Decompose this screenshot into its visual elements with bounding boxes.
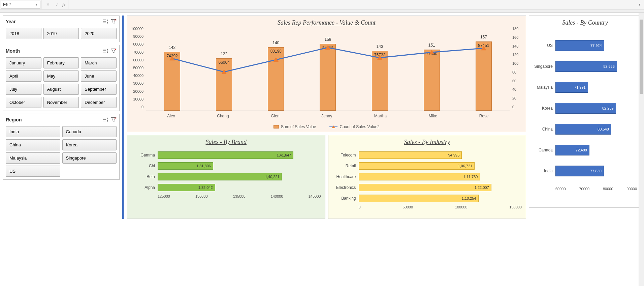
multiselect-icon[interactable] <box>102 48 108 54</box>
x-tick: 125000 <box>158 194 170 198</box>
hbar-gamma: 1,41,647 <box>158 151 293 159</box>
country-label: Korea <box>533 106 555 111</box>
y-left-tick: 30000 <box>133 81 143 85</box>
combo-chart-title: Sales Rep Performance - Value & Count <box>127 16 526 28</box>
y-right-tick: 80 <box>512 70 516 74</box>
name-box-dropdown-icon[interactable]: ▼ <box>35 3 38 6</box>
legend-line: Count of Sales Value2 <box>329 124 380 129</box>
brand-chart-title: Sales - By Brand <box>127 135 325 148</box>
x-tick: 90000 <box>626 187 637 191</box>
bar-value-label: 77360 <box>424 51 440 56</box>
hbar-healthcare: 1,11,739 <box>359 173 480 180</box>
y-left-tick: 70000 <box>133 50 143 54</box>
clear-filter-icon[interactable] <box>110 117 117 123</box>
hbar-telecom: 94,995 <box>359 151 462 159</box>
country-bar-india: 77,830 <box>555 166 604 176</box>
slicer-year-title: Year <box>6 19 16 24</box>
fx-icon[interactable]: fx <box>62 2 65 7</box>
combo-bar-glen: 80198 <box>268 47 284 111</box>
cancel-icon[interactable]: ✕ <box>44 2 52 7</box>
name-box[interactable]: E52 ▼ <box>1 1 40 9</box>
country-bar-singapore: 82,666 <box>555 61 617 72</box>
formula-input[interactable] <box>68 1 635 9</box>
month-btn-august[interactable]: August <box>43 84 79 95</box>
hbar-chi: 1,31,806 <box>158 162 213 170</box>
month-btn-october[interactable]: October <box>6 97 41 108</box>
line-value-label: 142 <box>169 45 175 50</box>
y-left-tick: 10000 <box>133 97 143 101</box>
slicer-month: Month JanuaryFebruaryMarchAprilMayJuneJu… <box>3 45 120 111</box>
y-right-tick: 100 <box>512 61 518 65</box>
month-btn-june[interactable]: June <box>81 70 117 82</box>
x-tick: 60000 <box>555 187 566 191</box>
multiselect-icon[interactable] <box>102 117 108 123</box>
workspace: Year 201820192020 Month JanuaryFebruaryM… <box>0 13 644 222</box>
x-tick: 135000 <box>233 194 246 198</box>
y-right-tick: 40 <box>512 87 516 91</box>
month-btn-november[interactable]: November <box>43 97 79 108</box>
region-btn-india[interactable]: India <box>6 126 60 137</box>
month-btn-march[interactable]: March <box>81 57 117 68</box>
year-btn-2018[interactable]: 2018 <box>6 28 41 39</box>
slicer-month-title: Month <box>6 48 20 54</box>
region-btn-us[interactable]: US <box>6 166 60 177</box>
country-bar-malaysia: 71,991 <box>555 82 588 93</box>
region-btn-korea[interactable]: Korea <box>62 139 117 150</box>
country-bar-korea: 82,269 <box>555 103 616 114</box>
month-btn-january[interactable]: January <box>6 57 41 68</box>
y-left-tick: 80000 <box>133 42 143 46</box>
y-left-tick: 40000 <box>133 74 143 78</box>
month-btn-september[interactable]: September <box>81 84 117 95</box>
country-label: Malaysia <box>533 85 555 90</box>
hbar-label: Banking <box>332 196 359 201</box>
hbar-label: Retail <box>332 164 359 168</box>
slicer-region: Region IndiaCanadaChinaKoreaMalaysiaSing… <box>3 114 120 180</box>
month-btn-may[interactable]: May <box>43 70 79 82</box>
x-tick: 145000 <box>309 194 321 198</box>
month-btn-april[interactable]: April <box>6 70 41 82</box>
year-btn-2019[interactable]: 2019 <box>43 28 79 39</box>
x-tick: 130000 <box>195 194 208 198</box>
industry-chart-panel[interactable]: Sales - By Industry Telecom94,995Retail1… <box>328 135 526 219</box>
vertical-scrollbar[interactable] <box>639 13 644 222</box>
country-label: Canada <box>533 148 555 152</box>
combo-bar-jenny: 84618 <box>320 44 336 111</box>
country-chart-panel[interactable]: Sales - By Country US77,924Singapore82,6… <box>529 16 641 208</box>
slicer-region-title: Region <box>6 117 22 122</box>
region-btn-china[interactable]: China <box>6 139 60 150</box>
y-right-tick: 180 <box>512 27 518 31</box>
y-right-tick: 160 <box>512 35 518 39</box>
combo-chart-panel[interactable]: Sales Rep Performance - Value & Count 01… <box>127 16 526 132</box>
region-btn-malaysia[interactable]: Malaysia <box>6 152 60 164</box>
region-btn-singapore[interactable]: Singapore <box>62 152 117 164</box>
x-label: Rose <box>479 114 489 118</box>
month-btn-july[interactable]: July <box>6 84 41 95</box>
line-value-label: 157 <box>480 35 487 39</box>
multiselect-icon[interactable] <box>102 19 108 25</box>
month-btn-december[interactable]: December <box>81 97 117 108</box>
hbar-beta: 1,40,221 <box>158 173 282 180</box>
formula-expand-icon[interactable]: ▼ <box>635 3 644 6</box>
brand-chart-panel[interactable]: Sales - By Brand Gamma1,41,647Chi1,31,80… <box>127 135 325 219</box>
x-label: Mike <box>429 114 437 118</box>
x-tick: 100000 <box>455 205 468 209</box>
y-left-tick: 50000 <box>133 66 143 70</box>
hbar-banking: 1,10,254 <box>359 195 479 202</box>
accept-icon[interactable]: ✓ <box>53 2 61 7</box>
clear-filter-icon[interactable] <box>110 19 117 25</box>
year-btn-2020[interactable]: 2020 <box>81 28 117 39</box>
scrollbar-thumb[interactable] <box>640 20 643 94</box>
combo-bar-rose: 87451 <box>476 41 492 111</box>
country-label: Singapore <box>533 64 555 69</box>
ribbon-strip <box>0 9 644 13</box>
combo-bar-martha: 75733 <box>372 51 388 111</box>
clear-filter-icon[interactable] <box>110 48 117 54</box>
y-right-tick: 140 <box>512 44 518 48</box>
y-left-tick: 100000 <box>131 27 143 31</box>
line-value-label: 158 <box>324 37 331 42</box>
month-btn-february[interactable]: February <box>43 57 79 68</box>
country-bar-china: 80,548 <box>555 124 611 135</box>
y-right-tick: 20 <box>512 96 516 100</box>
region-btn-canada[interactable]: Canada <box>62 126 117 137</box>
x-tick: 150000 <box>509 205 522 209</box>
